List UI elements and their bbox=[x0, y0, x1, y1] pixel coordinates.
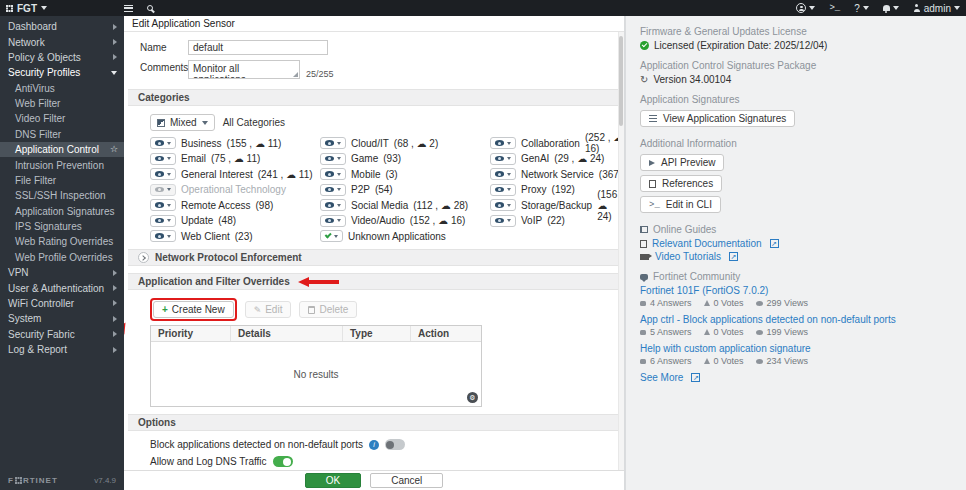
notifications-menu[interactable] bbox=[883, 5, 899, 11]
admin-menu[interactable]: admin bbox=[913, 3, 960, 14]
sidebar-item-log-report[interactable]: Log & Report bbox=[0, 342, 124, 357]
delete-button[interactable]: Delete bbox=[299, 301, 357, 318]
sidebar-item-dns-filter[interactable]: DNS Filter bbox=[0, 127, 124, 142]
category-action-dropdown[interactable] bbox=[490, 137, 516, 149]
category-action-dropdown[interactable] bbox=[150, 215, 176, 227]
name-input[interactable] bbox=[188, 40, 328, 55]
firmware-version: v7.4.9 bbox=[94, 476, 116, 485]
sidebar-item-system[interactable]: System bbox=[0, 311, 124, 326]
view-application-signatures-button[interactable]: View Application Signatures bbox=[640, 110, 795, 127]
scrollbar-thumb[interactable] bbox=[619, 36, 623, 126]
menu-collapse-button[interactable] bbox=[124, 5, 133, 12]
sidebar-item-file-filter[interactable]: File Filter bbox=[0, 173, 124, 188]
table-settings-button[interactable]: ⚙ bbox=[467, 392, 478, 403]
api-preview-button[interactable]: API Preview bbox=[640, 154, 724, 171]
monitor-eye-icon bbox=[155, 156, 164, 162]
category-action-dropdown[interactable] bbox=[490, 215, 516, 227]
sidebar-item-video-filter[interactable]: Video Filter bbox=[0, 111, 124, 126]
cancel-button[interactable]: Cancel bbox=[370, 473, 443, 488]
references-button[interactable]: References bbox=[640, 175, 722, 192]
sidebar-item-label: WiFi Controller bbox=[8, 298, 74, 309]
category-action-dropdown[interactable] bbox=[320, 137, 346, 149]
sidebar-item-web-filter[interactable]: Web Filter bbox=[0, 96, 124, 111]
sidebar-item-security-profiles[interactable]: Security Profiles bbox=[0, 65, 124, 80]
category-action-dropdown[interactable] bbox=[150, 199, 176, 211]
allow-log-dns-toggle[interactable] bbox=[273, 456, 293, 467]
category-action-dropdown[interactable] bbox=[320, 168, 346, 180]
sidebar-item-label: Video Filter bbox=[15, 113, 65, 124]
sidebar-item-web-rating-overrides[interactable]: Web Rating Overrides bbox=[0, 234, 124, 249]
brand-menu[interactable]: FGT bbox=[0, 3, 124, 14]
category-action-dropdown[interactable] bbox=[320, 184, 346, 196]
network-protocol-enforcement-section[interactable]: Network Protocol Enforcement bbox=[128, 249, 620, 266]
relevant-documentation-link[interactable]: Relevant Documentation bbox=[652, 238, 762, 249]
edit-in-cli-button[interactable]: >_Edit in CLI bbox=[640, 196, 721, 213]
book-icon bbox=[640, 226, 648, 233]
sidebar-item-application-signatures[interactable]: Application Signatures bbox=[0, 204, 124, 219]
category-genai: GenAI(29 , ☁ 24) bbox=[490, 153, 624, 165]
category-action-dropdown[interactable] bbox=[150, 153, 176, 165]
sidebar-item-ips-signatures[interactable]: IPS Signatures bbox=[0, 219, 124, 234]
category-label: Game bbox=[351, 153, 378, 164]
category-action-dropdown[interactable] bbox=[320, 153, 346, 165]
chevron-down-icon bbox=[202, 121, 208, 125]
overrides-table: Priority Details Type Action No results … bbox=[150, 325, 482, 407]
visibility-mixed-dropdown[interactable]: Mixed bbox=[150, 114, 215, 131]
category-action-dropdown[interactable] bbox=[150, 184, 176, 196]
community-post-link[interactable]: Help with custom application signature bbox=[640, 343, 811, 354]
category-action-dropdown[interactable] bbox=[490, 153, 516, 165]
category-action-dropdown[interactable] bbox=[320, 215, 346, 227]
category-action-dropdown[interactable] bbox=[150, 168, 176, 180]
all-categories-label: All Categories bbox=[223, 117, 285, 128]
category-business: Business(155 , ☁ 11) bbox=[150, 137, 320, 149]
category-action-dropdown[interactable] bbox=[490, 184, 516, 196]
column-header-action[interactable]: Action bbox=[411, 326, 481, 341]
sidebar-item-network[interactable]: Network bbox=[0, 34, 124, 49]
column-header-type[interactable]: Type bbox=[343, 326, 411, 341]
category-counts: (23) bbox=[235, 231, 253, 242]
help-menu[interactable]: ? bbox=[854, 3, 869, 14]
sidebar-item-antivirus[interactable]: AntiVirus bbox=[0, 81, 124, 96]
sidebar-item-vpn[interactable]: VPN bbox=[0, 265, 124, 280]
sidebar-item-ssl-ssh-inspection[interactable]: SSL/SSH Inspection bbox=[0, 188, 124, 203]
category-action-dropdown[interactable] bbox=[150, 230, 176, 242]
column-header-priority[interactable]: Priority bbox=[151, 326, 231, 341]
ok-button[interactable]: OK bbox=[305, 473, 361, 488]
sidebar-item-policy-objects[interactable]: Policy & Objects bbox=[0, 50, 124, 65]
category-action-dropdown[interactable] bbox=[320, 199, 346, 211]
category-action-dropdown[interactable] bbox=[490, 199, 516, 211]
video-tutorials-link[interactable]: Video Tutorials bbox=[655, 251, 721, 262]
sidebar-item-dashboard[interactable]: Dashboard bbox=[0, 19, 124, 34]
sidebar-item-label: Network bbox=[8, 37, 45, 48]
chevron-down-icon bbox=[167, 204, 171, 207]
create-new-button[interactable]: +Create New bbox=[153, 301, 234, 318]
category-action-dropdown[interactable] bbox=[320, 230, 343, 242]
cli-console-button[interactable]: >_ bbox=[829, 3, 840, 13]
expand-chevron-icon[interactable] bbox=[138, 252, 149, 263]
community-post-link[interactable]: App ctrl - Block applications detected o… bbox=[640, 314, 896, 325]
category-action-dropdown[interactable] bbox=[490, 168, 516, 180]
edit-button[interactable]: ✎Edit bbox=[245, 301, 292, 318]
sidebar-item-wifi-controller[interactable]: WiFi Controller bbox=[0, 296, 124, 311]
chevron-right-icon bbox=[113, 347, 117, 353]
category-action-dropdown[interactable] bbox=[150, 137, 176, 149]
sidebar-item-application-control[interactable]: Application Control☆ bbox=[0, 142, 124, 157]
category-counts: (155 , ☁ 11) bbox=[227, 138, 282, 149]
see-more-link[interactable]: See More bbox=[640, 372, 683, 383]
scrollbar[interactable] bbox=[618, 32, 624, 470]
community-post-link[interactable]: Fortinet 101F (FortiOS 7.0.2) bbox=[640, 285, 768, 296]
favorite-star-icon[interactable]: ☆ bbox=[110, 145, 118, 154]
comments-input[interactable]: Monitor all applications. bbox=[188, 60, 300, 79]
sidebar-item-intrusion-prevention[interactable]: Intrusion Prevention bbox=[0, 157, 124, 172]
global-search-button[interactable] bbox=[147, 5, 153, 11]
resize-grip-icon[interactable] bbox=[293, 72, 298, 77]
column-header-details[interactable]: Details bbox=[231, 326, 343, 341]
user-profile-menu[interactable] bbox=[796, 3, 815, 13]
check-icon bbox=[325, 232, 332, 239]
category-counts: (241 , ☁ 11) bbox=[258, 169, 313, 180]
sidebar-item-user-authentication[interactable]: User & Authentication bbox=[0, 280, 124, 295]
block-nondefault-ports-toggle[interactable] bbox=[385, 439, 405, 450]
post-stats: 5 Answers 0 Votes 199 Views bbox=[640, 327, 952, 337]
sidebar-item-web-profile-overrides[interactable]: Web Profile Overrides bbox=[0, 250, 124, 265]
sidebar-item-security-fabric[interactable]: Security Fabric bbox=[0, 327, 124, 342]
